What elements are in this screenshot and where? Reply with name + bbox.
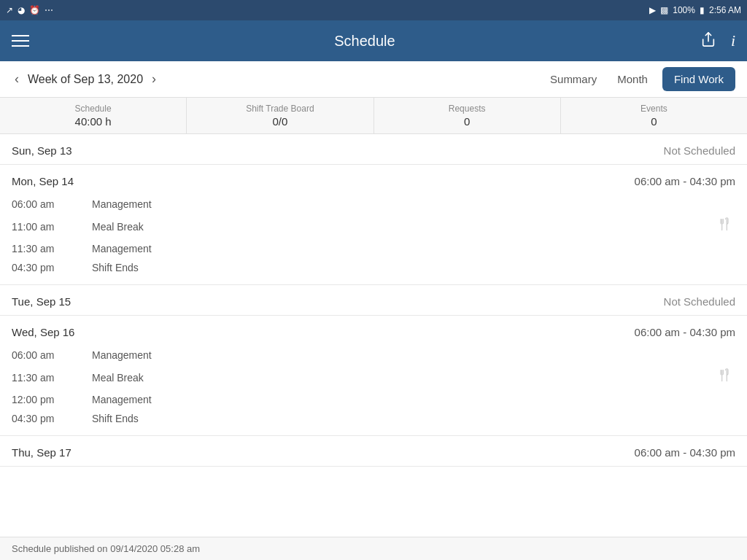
time-entries-3: 06:00 am Management 11:30 am Meal Break xyxy=(0,346,747,435)
day-section-1: Mon, Sep 14 06:00 am - 04:30 pm 06:00 am… xyxy=(0,165,747,285)
day-header-4: Thu, Sep 17 06:00 am - 04:30 pm xyxy=(0,436,747,466)
entry-label-1-1: Meal Break xyxy=(77,221,713,233)
day-section-3: Wed, Sep 16 06:00 am - 04:30 pm 06:00 am… xyxy=(0,316,747,436)
status-bar-left: ↗ ◕ ⏰ ⋯ xyxy=(6,5,53,15)
day-name-1: Mon, Sep 14 xyxy=(12,175,74,187)
schedule-content: Sun, Sep 13 Not Scheduled Mon, Sep 14 06… xyxy=(0,134,747,535)
app-header: Schedule i xyxy=(0,20,747,61)
entry-time-1-1: 11:00 am xyxy=(12,221,77,233)
battery-icon: ▮ xyxy=(700,5,705,15)
prev-week-button[interactable]: ‹ xyxy=(12,69,22,90)
stat-cell-0: Schedule 40:00 h xyxy=(0,98,187,133)
footer: Schedule published on 09/14/2020 05:28 a… xyxy=(0,537,747,560)
bluetooth-status-icon: ▶ xyxy=(649,5,656,15)
time-entry-3-1[interactable]: 11:30 am Meal Break xyxy=(12,365,735,390)
bluetooth-icon: ↗ xyxy=(6,5,13,15)
wifi-icon: ◕ xyxy=(18,5,25,15)
day-not-scheduled-2: Not Scheduled xyxy=(664,295,735,308)
entry-label-3-0: Management xyxy=(77,349,713,361)
entry-time-3-0: 06:00 am xyxy=(12,349,77,361)
entry-time-1-3: 04:30 pm xyxy=(12,262,77,273)
stat-label-1: Shift Trade Board xyxy=(187,104,373,114)
entry-label-1-0: Management xyxy=(77,198,713,210)
signal-icon: ▩ xyxy=(660,5,668,15)
entry-icon-3-1 xyxy=(713,368,735,386)
day-header-1: Mon, Sep 14 06:00 am - 04:30 pm xyxy=(0,165,747,195)
week-label: Week of Sep 13, 2020 xyxy=(28,73,143,86)
day-header-3: Wed, Sep 16 06:00 am - 04:30 pm xyxy=(0,316,747,346)
entry-icon-1-1 xyxy=(713,217,735,236)
find-work-button[interactable]: Find Work xyxy=(662,67,735,91)
info-icon[interactable]: i xyxy=(731,31,735,50)
entry-label-1-2: Management xyxy=(77,243,713,254)
entry-time-3-3: 04:30 pm xyxy=(12,413,77,424)
time-entry-1-1[interactable]: 11:00 am Meal Break xyxy=(12,214,735,239)
time-entry-3-2[interactable]: 12:00 pm Management xyxy=(12,390,735,409)
time-display: 2:56 AM xyxy=(709,5,741,15)
month-button[interactable]: Month xyxy=(611,70,654,88)
stat-cell-2: Requests 0 xyxy=(374,98,561,133)
next-week-button[interactable]: › xyxy=(149,69,159,90)
time-entry-3-0[interactable]: 06:00 am Management xyxy=(12,346,735,365)
time-entry-1-3[interactable]: 04:30 pm Shift Ends xyxy=(12,258,735,277)
menu-button[interactable] xyxy=(12,35,29,47)
week-nav-right: Summary Month Find Work xyxy=(544,67,735,91)
day-name-0: Sun, Sep 13 xyxy=(12,144,72,157)
page-title: Schedule xyxy=(334,33,395,50)
day-section-4: Thu, Sep 17 06:00 am - 04:30 pm xyxy=(0,436,747,467)
day-section-0: Sun, Sep 13 Not Scheduled xyxy=(0,134,747,165)
time-entries-1: 06:00 am Management 11:00 am Meal Break xyxy=(0,195,747,284)
stat-value-1: 0/0 xyxy=(187,115,373,128)
entry-label-3-1: Meal Break xyxy=(77,372,713,384)
battery-percentage: 100% xyxy=(673,5,695,15)
entry-label-3-3: Shift Ends xyxy=(77,413,713,424)
day-name-2: Tue, Sep 15 xyxy=(12,295,71,308)
summary-button[interactable]: Summary xyxy=(544,70,603,88)
day-time-range-3: 06:00 am - 04:30 pm xyxy=(635,326,735,338)
stat-label-2: Requests xyxy=(374,104,560,114)
day-header-0: Sun, Sep 13 Not Scheduled xyxy=(0,134,747,164)
share-icon[interactable] xyxy=(700,31,716,51)
entry-time-1-2: 11:30 am xyxy=(12,243,77,254)
header-icons: i xyxy=(700,31,735,51)
day-not-scheduled-0: Not Scheduled xyxy=(664,144,735,157)
day-time-range-4: 06:00 am - 04:30 pm xyxy=(635,446,735,459)
alarm-icon: ⏰ xyxy=(29,5,40,15)
day-section-2: Tue, Sep 15 Not Scheduled xyxy=(0,285,747,316)
day-time-range-1: 06:00 am - 04:30 pm xyxy=(635,175,735,187)
entry-time-3-1: 11:30 am xyxy=(12,372,77,384)
day-header-2: Tue, Sep 15 Not Scheduled xyxy=(0,285,747,315)
more-icon: ⋯ xyxy=(44,5,53,15)
time-entry-3-3[interactable]: 04:30 pm Shift Ends xyxy=(12,409,735,428)
week-nav-left: ‹ Week of Sep 13, 2020 › xyxy=(12,69,159,90)
status-bar-right: ▶ ▩ 100% ▮ 2:56 AM xyxy=(649,5,741,15)
stat-label-3: Events xyxy=(561,104,747,114)
status-bar: ↗ ◕ ⏰ ⋯ ▶ ▩ 100% ▮ 2:56 AM xyxy=(0,0,747,20)
stat-value-0: 40:00 h xyxy=(0,115,186,128)
week-nav: ‹ Week of Sep 13, 2020 › Summary Month F… xyxy=(0,61,747,98)
day-name-4: Thu, Sep 17 xyxy=(12,446,71,459)
stat-value-2: 0 xyxy=(374,115,560,128)
stat-label-0: Schedule xyxy=(0,104,186,114)
time-entry-1-0[interactable]: 06:00 am Management xyxy=(12,195,735,214)
day-name-3: Wed, Sep 16 xyxy=(12,326,74,338)
stats-row: Schedule 40:00 h Shift Trade Board 0/0 R… xyxy=(0,98,747,134)
entry-time-3-2: 12:00 pm xyxy=(12,394,77,405)
time-entry-1-2[interactable]: 11:30 am Management xyxy=(12,239,735,258)
entry-label-3-2: Management xyxy=(77,394,713,405)
entry-label-1-3: Shift Ends xyxy=(77,262,713,273)
stat-cell-1: Shift Trade Board 0/0 xyxy=(187,98,374,133)
stat-cell-3: Events 0 xyxy=(561,98,747,133)
stat-value-3: 0 xyxy=(561,115,747,128)
entry-time-1-0: 06:00 am xyxy=(12,198,77,210)
footer-text: Schedule published on 09/14/2020 05:28 a… xyxy=(12,543,200,554)
